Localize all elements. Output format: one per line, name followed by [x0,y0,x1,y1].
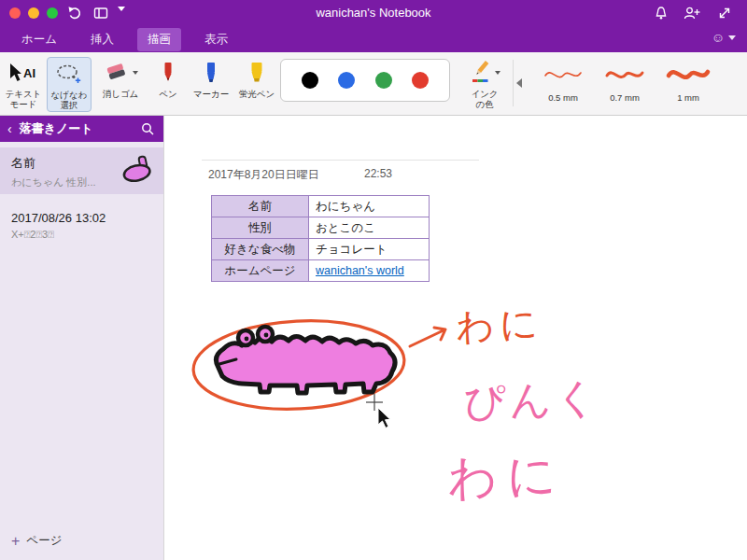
pen-icon [149,57,187,89]
stroke-sample-icon [534,62,592,88]
page-title-divider [202,160,479,161]
pencil-color-icon [470,60,492,86]
page-list-item-name[interactable]: 名前 わにちゃん 性別... [0,147,163,194]
marker-icon [189,57,233,89]
ribbon: AI テキスト モード なげなわ 選択 消しゴム ペ [0,52,747,116]
dropdown-chevron-icon [133,71,138,75]
ribbon-tab-bar: ホーム 挿入 描画 表示 ☺ [0,26,747,52]
palette-color-black[interactable] [302,72,318,89]
arrow-ink [410,328,445,346]
plus-icon: + [11,534,20,549]
eraser-button[interactable]: 消しゴム [95,57,146,99]
table-row: 好きな食べ物 チョコレート [212,239,430,260]
ink-text-wani-red: わに [455,301,544,347]
ink-text-pinku: ぴんく [463,374,602,425]
table-value-cell[interactable]: チョコレート [309,239,430,260]
creature-doodle [216,327,395,393]
page-list-item-date[interactable]: 2017/08/26 13:02 X+⍰2⍰3⍰ [0,203,163,248]
stroke-width-option-05[interactable]: 0.5 mm [534,62,592,103]
fullscreen-icon[interactable] [717,6,732,24]
page-date: 2017年8月20日日曜日 [208,167,319,183]
page-time: 22:53 [364,167,392,180]
lasso-icon [48,58,91,90]
page-thumbnail-doodle [119,155,158,189]
ink-text-wani-pink: わに [446,447,566,505]
feedback-smiley-button[interactable]: ☺ [712,30,736,45]
table-row: 名前 わにちゃん [212,196,430,217]
stroke-width-option-07[interactable]: 0.7 mm [596,62,654,103]
titlebar: wanichan's Notebook [0,0,747,26]
palette-color-blue[interactable] [338,72,355,89]
marker-button[interactable]: マーカー [189,57,233,99]
page-item-title: 2017/08/26 13:02 [11,211,152,225]
homepage-link[interactable]: wanichan's world [316,264,404,277]
window-title: wanichan's Notebook [0,6,747,20]
tab-draw[interactable]: 描画 [137,28,181,51]
highlighter-button[interactable]: 蛍光ペン [235,57,278,99]
back-chevron-icon[interactable]: ‹ [7,121,12,136]
stroke-width-scroll-left-icon[interactable] [516,78,522,88]
palette-color-green[interactable] [375,72,392,89]
page-item-subtitle: X+⍰2⍰3⍰ [11,229,152,241]
smiley-icon: ☺ [712,30,725,45]
text-cursor-ai-icon: AI [2,57,45,89]
ribbon-separator [513,60,514,106]
table-header-cell[interactable]: 性別 [212,217,309,239]
eraser-icon [104,61,130,85]
table-header-cell[interactable]: 好きな食べ物 [212,239,309,260]
onenote-window: wanichan's Notebook ホーム 挿入 描画 表示 ☺ AI テキ… [0,0,747,560]
highlighter-icon [235,57,278,89]
add-page-label: ページ [26,533,62,549]
page-canvas[interactable]: 2017年8月20日日曜日 22:53 名前 わにちゃん 性別 おとこのこ 好き… [165,116,747,560]
table-value-cell[interactable]: おとこのこ [309,217,430,239]
table-value-cell[interactable]: wanichan's world [309,260,430,282]
add-page-button[interactable]: + ページ [11,533,62,549]
notebook-title: 落書きノート [20,120,93,137]
tab-insert[interactable]: 挿入 [80,28,124,51]
sidebar-header: ‹ 落書きノート [0,116,163,142]
ink-palette [280,59,450,102]
pen-button[interactable]: ペン [149,57,187,99]
lasso-select-button[interactable]: なげなわ 選択 [47,57,92,112]
table-row: 性別 おとこのこ [212,217,430,239]
dropdown-chevron-icon [495,71,500,75]
stroke-sample-icon [596,62,654,88]
stroke-width-option-1[interactable]: 1 mm [657,62,719,103]
svg-text:AI: AI [23,66,35,80]
stroke-sample-icon [657,62,719,88]
mouse-cursor [366,394,390,428]
red-circle-ink [191,315,407,414]
table-value-cell[interactable]: わにちゃん [309,196,430,217]
ink-color-button[interactable]: インク の色 [459,57,510,110]
table-row: ホームページ wanichan's world [212,260,430,282]
palette-color-red[interactable] [412,72,429,89]
sidebar: ‹ 落書きノート 名前 わにちゃん 性別... 2017/08/26 13:02… [0,116,164,560]
table-header-cell[interactable]: 名前 [212,196,309,217]
tab-home[interactable]: ホーム [11,28,67,51]
add-people-icon[interactable] [684,6,700,24]
bell-icon[interactable] [654,6,669,24]
search-icon[interactable] [141,122,154,139]
tab-view[interactable]: 表示 [194,28,238,51]
table-header-cell[interactable]: ホームページ [212,260,309,282]
text-mode-button[interactable]: AI テキスト モード [2,57,45,110]
info-table: 名前 わにちゃん 性別 おとこのこ 好きな食べ物 チョコレート ホームページ w… [211,195,430,282]
